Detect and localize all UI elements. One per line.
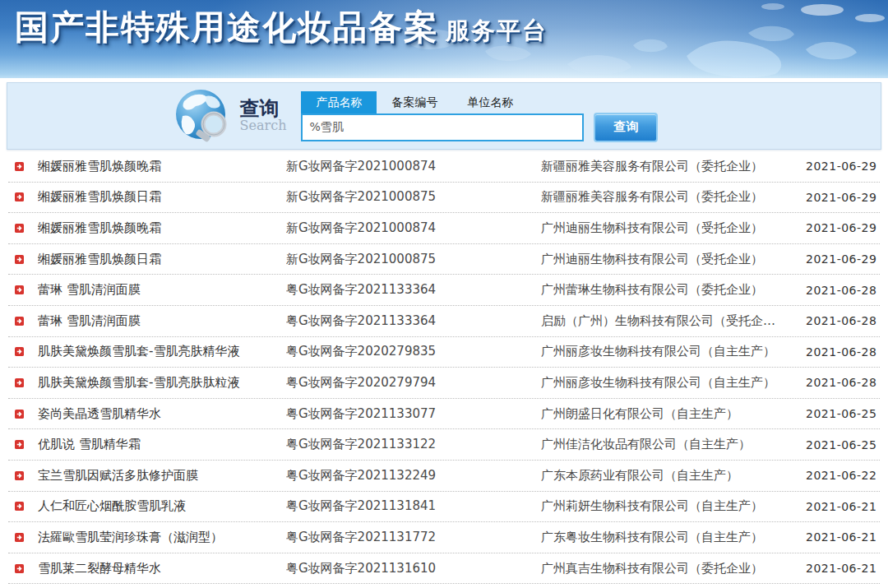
filing-date: 2021-06-29: [806, 191, 880, 204]
row-arrow-icon[interactable]: [15, 317, 24, 326]
product-name: 蕾琳 雪肌清润面膜: [38, 282, 286, 298]
row-arrow-icon[interactable]: [15, 471, 24, 480]
company-name: 广州丽彦妆生物科技有限公司（自主生产）: [541, 344, 806, 359]
filing-date: 2021-06-28: [806, 314, 880, 327]
company-name: 广州迪丽生物科技有限公司（受托企业）: [541, 220, 806, 236]
filing-date: 2021-06-29: [806, 221, 880, 234]
product-name: 法羅歐雪肌莹润珍珠膏（滋润型）: [38, 530, 286, 545]
company-name: 广州丽彦妆生物科技有限公司（自主生产）: [541, 375, 806, 391]
table-row[interactable]: 缃媛丽雅雪肌焕颜晚霜 新G妆网备字2021000874 广州迪丽生物科技有限公司…: [8, 213, 880, 244]
site-title-sub: 服务平台: [446, 16, 548, 44]
search-button[interactable]: 查询: [594, 113, 658, 142]
search-tabs: 产品名称 备案编号 单位名称: [301, 91, 584, 113]
tab-company-name[interactable]: 单位名称: [452, 91, 528, 113]
query-caption: 查询 Search: [240, 99, 287, 133]
query-caption-en: Search: [240, 119, 287, 133]
row-arrow-icon[interactable]: [15, 378, 24, 387]
row-arrow-icon[interactable]: [15, 224, 24, 233]
row-arrow-icon[interactable]: [15, 440, 24, 449]
product-name: 蕾琳 雪肌清润面膜: [38, 313, 286, 329]
filing-number: 粤G妆网备字2021131841: [286, 498, 541, 514]
row-arrow-icon[interactable]: [15, 285, 24, 294]
table-row[interactable]: 优肌说 雪肌精华霜 粤G妆网备字2021133122 广州佳洁化妆品有限公司（自…: [8, 429, 880, 461]
filing-date: 2021-06-21: [806, 562, 880, 575]
site-title: 国产非特殊用途化妆品备案服务平台: [15, 5, 548, 50]
row-arrow-icon[interactable]: [15, 255, 24, 264]
search-panel: 查询 Search 产品名称 备案编号 单位名称 查询: [7, 82, 881, 150]
top-banner: 国产非特殊用途化妆品备案服务平台: [0, 0, 888, 78]
product-name: 肌肤美黛焕颜雪肌套-雪肌亮肤精华液: [38, 344, 286, 359]
tab-filing-number[interactable]: 备案编号: [377, 91, 452, 113]
filing-number: 新G妆网备字2021000874: [286, 159, 541, 174]
table-row[interactable]: 姿尚美晶透雪肌精华水 粤G妆网备字2021133077 广州朗盛日化有限公司（自…: [8, 399, 880, 430]
table-row[interactable]: 蕾琳 雪肌清润面膜 粤G妆网备字2021133364 启励（广州）生物科技有限公…: [8, 306, 880, 337]
product-name: 优肌说 雪肌精华霜: [38, 437, 286, 452]
filing-date: 2021-06-29: [806, 160, 880, 173]
filing-date: 2021-06-21: [806, 530, 880, 544]
filing-date: 2021-06-22: [806, 469, 880, 482]
table-row[interactable]: 人仁和匠心烟酰胺雪肌乳液 粤G妆网备字2021131841 广州莉妍生物科技有限…: [8, 492, 880, 523]
product-name: 雪肌莱二裂酵母精华水: [38, 561, 286, 576]
site-title-main: 国产非特殊用途化妆品备案: [15, 7, 439, 47]
filing-number: 粤G妆网备字2021132249: [286, 468, 541, 484]
row-arrow-icon[interactable]: [15, 347, 24, 356]
filing-date: 2021-06-21: [806, 500, 880, 513]
company-name: 广州佳洁化妆品有限公司（自主生产）: [541, 437, 806, 452]
row-arrow-icon[interactable]: [15, 502, 24, 511]
filing-date: 2021-06-25: [806, 438, 880, 451]
tab-product-name[interactable]: 产品名称: [301, 91, 377, 113]
company-name: 广州迪丽生物科技有限公司（受托企业）: [541, 252, 806, 267]
row-arrow-icon[interactable]: [15, 564, 24, 573]
filing-date: 2021-06-28: [806, 345, 880, 359]
results-table-body: 缃媛丽雅雪肌焕颜晚霜 新G妆网备字2021000874 新疆丽雅美容服务有限公司…: [8, 151, 880, 584]
filing-number: 粤G妆网备字2021131772: [286, 530, 541, 545]
filing-date: 2021-06-28: [806, 376, 880, 389]
filing-number: 粤G妆网备字2021133077: [286, 406, 541, 422]
company-name: 广东本原药业有限公司（自主生产）: [541, 468, 806, 484]
table-row[interactable]: 肌肤美黛焕颜雪肌套-雪肌亮肤精华液 粤G妆网备字2020279835 广州丽彦妆…: [8, 337, 880, 368]
row-arrow-icon[interactable]: [15, 533, 24, 542]
table-row[interactable]: 缃媛丽雅雪肌焕颜日霜 新G妆网备字2021000875 广州迪丽生物科技有限公司…: [8, 244, 880, 275]
product-name: 姿尚美晶透雪肌精华水: [38, 406, 286, 422]
company-name: 广东粤妆生物科技有限公司（自主生产）: [541, 530, 806, 545]
filing-number: 新G妆网备字2021000875: [286, 252, 541, 267]
row-arrow-icon[interactable]: [15, 162, 24, 171]
company-name: 广州莉妍生物科技有限公司（自主生产）: [541, 498, 806, 514]
product-name: 缃媛丽雅雪肌焕颜晚霜: [38, 159, 286, 174]
company-name: 新疆丽雅美容服务有限公司（委托企业）: [541, 159, 806, 174]
product-name: 缃媛丽雅雪肌焕颜日霜: [38, 252, 286, 267]
company-name: 启励（广州）生物科技有限公司（受托企…: [541, 313, 806, 329]
query-caption-cn: 查询: [240, 99, 287, 119]
company-name: 广州朗盛日化有限公司（自主生产）: [541, 406, 806, 422]
results-table: 缃媛丽雅雪肌焕颜晚霜 新G妆网备字2021000874 新疆丽雅美容服务有限公司…: [8, 151, 880, 584]
filing-number: 新G妆网备字2021000874: [286, 220, 541, 236]
filing-date: 2021-06-28: [806, 284, 880, 297]
globe-search-icon: [173, 85, 238, 147]
table-row[interactable]: 肌肤美黛焕颜雪肌套-雪肌亮肤肽粒液 粤G妆网备字2020279794 广州丽彦妆…: [8, 368, 880, 399]
row-arrow-icon[interactable]: [15, 410, 24, 419]
company-name: 新疆丽雅美容服务有限公司（委托企业）: [541, 189, 806, 205]
filing-date: 2021-06-29: [806, 252, 880, 266]
table-row[interactable]: 蕾琳 雪肌清润面膜 粤G妆网备字2021133364 广州蕾琳生物科技有限公司（…: [8, 275, 880, 306]
product-name: 人仁和匠心烟酰胺雪肌乳液: [38, 498, 286, 514]
table-row[interactable]: 雪肌莱二裂酵母精华水 粤G妆网备字2021131610 广州真吉生物科技有限公司…: [8, 553, 880, 585]
filing-number: 粤G妆网备字2020279794: [286, 375, 541, 391]
company-name: 广州蕾琳生物科技有限公司（委托企业）: [541, 282, 806, 298]
table-row[interactable]: 法羅歐雪肌莹润珍珠膏（滋润型） 粤G妆网备字2021131772 广东粤妆生物科…: [8, 522, 880, 553]
company-name: 广州真吉生物科技有限公司（委托企业）: [541, 561, 806, 576]
table-row[interactable]: 宝兰雪肌因赋活多肽修护面膜 粤G妆网备字2021132249 广东本原药业有限公…: [8, 461, 880, 492]
filing-date: 2021-06-25: [806, 407, 880, 420]
filing-number: 粤G妆网备字2021133122: [286, 437, 541, 452]
product-name: 宝兰雪肌因赋活多肽修护面膜: [38, 468, 286, 484]
product-name: 缃媛丽雅雪肌焕颜日霜: [38, 189, 286, 205]
search-input[interactable]: [301, 113, 584, 141]
table-row[interactable]: 缃媛丽雅雪肌焕颜晚霜 新G妆网备字2021000874 新疆丽雅美容服务有限公司…: [8, 151, 880, 183]
filing-number: 粤G妆网备字2021131610: [286, 561, 541, 576]
filing-number: 新G妆网备字2021000875: [286, 189, 541, 205]
row-arrow-icon[interactable]: [15, 192, 24, 201]
filing-number: 粤G妆网备字2021133364: [286, 282, 541, 298]
product-name: 缃媛丽雅雪肌焕颜晚霜: [38, 220, 286, 236]
table-row[interactable]: 缃媛丽雅雪肌焕颜日霜 新G妆网备字2021000875 新疆丽雅美容服务有限公司…: [8, 183, 880, 214]
product-name: 肌肤美黛焕颜雪肌套-雪肌亮肤肽粒液: [38, 375, 286, 391]
filing-number: 粤G妆网备字2021133364: [286, 313, 541, 329]
